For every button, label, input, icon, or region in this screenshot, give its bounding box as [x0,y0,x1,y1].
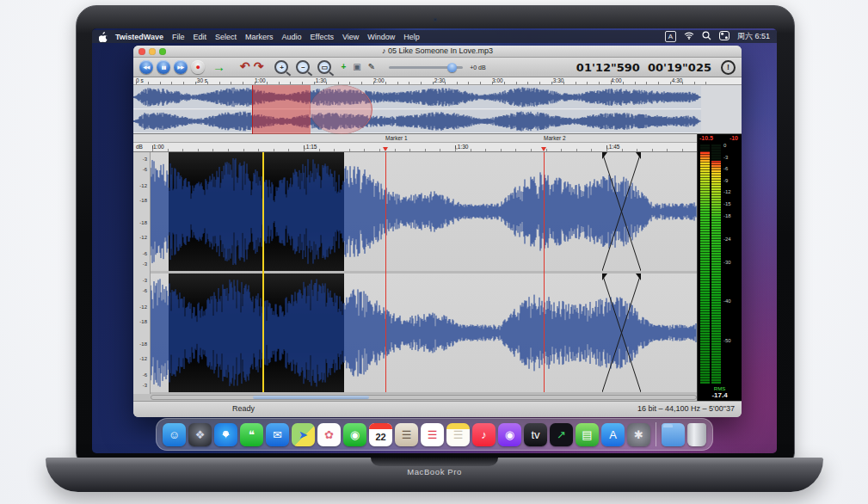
forward-button[interactable]: ▶▶ [174,60,188,74]
record-button[interactable]: ● [191,60,205,74]
music-icon: ♪ [481,429,487,440]
redo-icon[interactable]: ↷ [254,60,264,72]
minimize-button[interactable] [149,48,156,55]
horizontal-scrollbar[interactable] [151,395,697,400]
dock-item-system-preferences[interactable]: ✱ [627,423,650,446]
launchpad-icon: ❖ [195,429,206,440]
dock-item-mail[interactable]: ✉ [266,423,289,446]
zoom-selection-icon[interactable]: ▭ [317,60,331,74]
dock-item-safari[interactable]: ✦ [214,423,237,446]
scrollbar-thumb[interactable] [253,396,369,399]
close-button[interactable] [139,48,145,55]
window-title-text: 05 Like Someone In Love.mp3 [388,46,493,55]
control-center-icon[interactable] [719,31,729,42]
overview-strip[interactable]: 0 s,30 s1:00,1:302:00,2:303:00,3:304:00,… [133,77,742,134]
dock-item-maps[interactable]: ➤ [292,423,315,446]
pencil-tool-icon[interactable]: ✎ [368,63,375,71]
pause-button[interactable]: ▮▮ [157,60,170,74]
active-app-name[interactable]: TwistedWave [115,33,163,41]
editor-ruler[interactable]: dB 1:00,1:15,1:30,1:45 [133,143,697,152]
wifi-icon[interactable] [684,32,694,41]
dock-item-facetime[interactable]: ◉ [343,423,366,446]
zoom-out-icon[interactable]: − [296,60,310,74]
menu-select[interactable]: Select [215,33,237,41]
dock-item-notes[interactable]: ☰ [446,423,470,446]
audio-file-icon: ♪ [382,46,386,55]
meter-scale-label: -18 [723,213,731,218]
dock-item-numbers[interactable]: ▤ [576,423,599,446]
dock-item-music[interactable]: ♪ [472,423,496,446]
overview-ruler: 0 s,30 s1:00,1:302:00,2:303:00,3:304:00,… [133,77,742,85]
overview-time-label: ,1:30 [314,77,326,83]
status-text: Ready [232,404,255,413]
menu-file[interactable]: File [172,33,185,41]
dock-item-finder[interactable]: ☺ [163,423,186,446]
gain-slider-knob[interactable] [447,63,457,72]
finder-icon: ☺ [169,429,180,440]
lid-notch [371,458,498,466]
grid-tool-icon[interactable]: ▣ [353,63,360,71]
dock-item-podcasts[interactable]: ◉ [498,423,521,446]
menu-edit[interactable]: Edit [194,33,207,41]
dock-item-stocks[interactable]: ↗ [550,423,573,446]
waveform-channels: -3-6-12-18-18-12-6-3 -3-6-12-18-18-12-6-… [133,152,697,394]
meter-peak-value: -10.5 [699,135,713,141]
overview-selection-region[interactable] [252,85,311,134]
play-selection-icon[interactable]: → [212,59,225,74]
input-source-icon[interactable]: A [665,31,676,42]
db-scale-label: -12 [139,235,147,240]
overview-visible-region[interactable] [310,85,372,134]
channel-right[interactable] [151,274,697,392]
add-marker-icon[interactable]: + [341,63,346,71]
crossfade-overlay-icon[interactable] [602,152,641,271]
marker-label[interactable]: Marker 2 [544,135,566,141]
crossfade-overlay-icon[interactable] [602,274,641,392]
menu-view[interactable]: View [342,33,359,41]
dock-item-trash[interactable] [687,423,706,446]
meter-scale-label: -50 [723,338,731,343]
marker-flag-icon[interactable] [541,147,546,151]
menu-bar: TwistedWave FileEditSelectMarkersAudioEf… [92,30,777,43]
menu-audio[interactable]: Audio [282,33,302,41]
dock-item-launchpad[interactable]: ❖ [188,423,212,446]
meter-scale-label: -30 [723,260,731,265]
marker-label[interactable]: Marker 1 [385,135,408,141]
dock-item-photos[interactable]: ✿ [317,423,341,446]
apple-menu-icon[interactable] [99,32,108,42]
menu-clock[interactable]: 周六 6:51 [737,31,770,42]
menu-help[interactable]: Help [403,33,420,41]
dock-item-calendar[interactable]: 22 [369,423,392,446]
gain-slider[interactable] [389,66,463,69]
editor-time-label: ,1:15 [305,144,317,150]
search-icon[interactable] [702,31,711,42]
dock-item-tv[interactable]: tv [524,423,547,446]
dock-item-downloads-folder[interactable] [662,423,685,446]
editor-time-label: 1:00 [153,144,164,150]
dock-item-contacts[interactable]: ☰ [395,423,418,446]
overview-time-label: ,30 s [195,77,207,83]
menu-effects[interactable]: Effects [311,33,334,41]
channel-left[interactable] [151,152,697,271]
rewind-button[interactable]: ◀◀ [139,60,153,74]
menu-markers[interactable]: Markers [245,33,274,41]
overview-waves[interactable] [133,85,742,134]
overview-waveform-left [133,86,701,109]
db-scale-label: -12 [139,356,147,361]
undo-icon[interactable]: ↶ [240,60,250,72]
window-titlebar[interactable]: ♪ 05 Like Someone In Love.mp3 [133,46,742,58]
editor-body: Marker 1Marker 2 dB 1:00,1:15,1:30,1:45 … [133,134,742,401]
app-store-icon: A [609,429,617,440]
marker-flag-icon[interactable] [383,147,388,151]
rms-readout: RMS -17.4 [698,386,742,399]
db-scale-label: -6 [143,288,147,293]
marker-line [544,152,545,392]
zoom-in-icon[interactable]: + [274,60,288,74]
marker-bar[interactable]: Marker 1Marker 2 [133,134,697,143]
alert-button[interactable]: ! [721,60,736,75]
zoom-window-button[interactable] [159,48,166,55]
playhead-cursor[interactable] [262,152,264,392]
dock-item-reminders[interactable]: ☰ [421,423,444,446]
dock-item-messages[interactable]: ❝ [240,423,263,446]
menu-window[interactable]: Window [367,33,395,41]
dock-item-app-store[interactable]: A [601,423,625,446]
